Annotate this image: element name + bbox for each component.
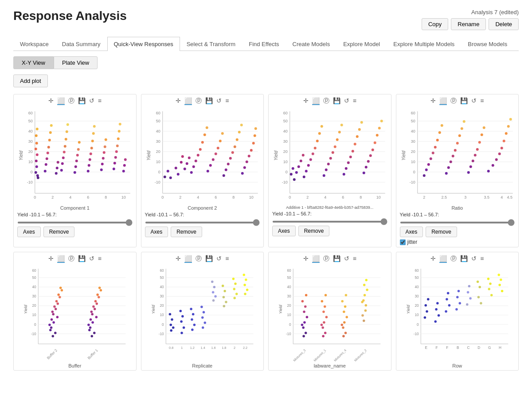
settings-icon[interactable]: ⓟ [323, 255, 329, 263]
svg-point-32 [36, 174, 39, 177]
plot-2-axes-button[interactable]: Axes [145, 227, 168, 237]
select-icon[interactable]: ⬜ [439, 255, 447, 263]
settings-icon[interactable]: ⓟ [196, 97, 202, 105]
settings-icon[interactable]: ⓟ [196, 255, 202, 263]
move-icon[interactable]: ✛ [430, 255, 436, 263]
select-icon[interactable]: ⬜ [184, 97, 192, 105]
svg-text:-10: -10 [409, 180, 415, 184]
refresh-icon[interactable]: ↺ [344, 97, 349, 105]
tab-select-transform[interactable]: Select & Transform [180, 37, 243, 51]
svg-point-367 [203, 321, 206, 324]
save-icon[interactable]: 💾 [78, 97, 86, 105]
svg-text:0: 0 [417, 323, 419, 327]
settings-icon[interactable]: ⓟ [68, 255, 74, 263]
move-icon[interactable]: ✛ [430, 97, 436, 105]
tab-browse-models[interactable]: Browse Models [461, 37, 514, 51]
save-icon[interactable]: 💾 [460, 255, 468, 263]
plot-2-remove-button[interactable]: Remove [171, 227, 202, 237]
tab-explore-multiple[interactable]: Explore Multiple Models [387, 37, 461, 51]
select-icon[interactable]: ⬜ [312, 255, 320, 263]
plot-3-remove-button[interactable]: Remove [298, 226, 330, 236]
jitter-checkbox[interactable] [400, 239, 406, 245]
svg-text:Yield: Yield [146, 151, 151, 160]
refresh-icon[interactable]: ↺ [344, 255, 349, 263]
svg-point-73 [113, 168, 115, 170]
info-icon[interactable]: ≡ [480, 255, 484, 263]
save-icon[interactable]: 💾 [333, 97, 340, 105]
plot-4-remove-button[interactable]: Remove [426, 227, 457, 237]
move-icon[interactable]: ✛ [303, 255, 309, 263]
plot-4-axes-button[interactable]: Axes [400, 227, 423, 237]
settings-icon[interactable]: ⓟ [323, 97, 329, 105]
info-icon[interactable]: ≡ [98, 255, 102, 263]
delete-button[interactable]: Delete [489, 18, 519, 30]
info-icon[interactable]: ≡ [225, 97, 229, 105]
info-icon[interactable]: ≡ [225, 255, 229, 263]
jitter-label: jitter [407, 239, 418, 245]
add-plot-button[interactable]: Add plot [13, 74, 48, 87]
plot-3-slider[interactable] [272, 217, 387, 224]
select-icon[interactable]: ⬜ [184, 255, 192, 263]
info-icon[interactable]: ≡ [98, 97, 102, 105]
tab-explore-model[interactable]: Explore Model [336, 37, 387, 51]
save-icon[interactable]: 💾 [78, 255, 86, 263]
save-icon[interactable]: 💾 [205, 255, 213, 263]
select-icon[interactable]: ⬜ [57, 97, 65, 105]
svg-text:0: 0 [289, 323, 291, 327]
tab-data-summary[interactable]: Data Summary [55, 37, 107, 51]
svg-point-275 [509, 118, 512, 121]
view-toggle: X-Y View Plate View [13, 56, 519, 69]
select-icon[interactable]: ⬜ [57, 255, 65, 263]
settings-icon[interactable]: ⓟ [68, 97, 74, 105]
move-icon[interactable]: ✛ [303, 97, 309, 105]
svg-point-254 [454, 149, 456, 152]
tab-quick-view[interactable]: Quick-View Responses [107, 37, 180, 51]
tab-find-effects[interactable]: Find Effects [242, 37, 286, 51]
save-icon[interactable]: 💾 [460, 97, 468, 105]
refresh-icon[interactable]: ↺ [216, 255, 222, 263]
tab-create-models[interactable]: Create Models [286, 37, 337, 51]
svg-point-374 [212, 299, 215, 302]
copy-button[interactable]: Copy [422, 18, 448, 30]
refresh-icon[interactable]: ↺ [471, 255, 477, 263]
move-icon[interactable]: ✛ [176, 97, 181, 105]
svg-point-83 [124, 158, 127, 161]
svg-text:20: 20 [28, 149, 33, 154]
refresh-icon[interactable]: ↺ [89, 97, 94, 105]
refresh-icon[interactable]: ↺ [89, 255, 94, 263]
settings-icon[interactable]: ⓟ [450, 97, 457, 105]
plot-2-slider[interactable] [145, 218, 260, 225]
svg-point-418 [305, 332, 307, 334]
refresh-icon[interactable]: ↺ [471, 97, 477, 105]
plate-view-button[interactable]: Plate View [54, 56, 98, 69]
move-icon[interactable]: ✛ [48, 255, 54, 263]
save-icon[interactable]: 💾 [333, 255, 340, 263]
plot-3-axes-button[interactable]: Axes [272, 226, 296, 236]
svg-text:40: 40 [160, 285, 164, 289]
svg-point-137 [231, 151, 234, 154]
select-icon[interactable]: ⬜ [439, 97, 447, 105]
rename-button[interactable]: Rename [451, 18, 486, 30]
svg-point-273 [505, 132, 507, 135]
svg-point-112 [176, 173, 179, 176]
settings-icon[interactable]: ⓟ [450, 255, 457, 263]
svg-point-177 [295, 171, 298, 174]
plot-1-slider[interactable] [17, 218, 133, 225]
move-icon[interactable]: ✛ [48, 97, 54, 105]
plot-1-remove-button[interactable]: Remove [43, 227, 75, 237]
select-icon[interactable]: ⬜ [312, 97, 320, 105]
svg-text:50: 50 [160, 276, 164, 280]
plot-4-slider[interactable] [400, 218, 515, 225]
info-icon[interactable]: ≡ [353, 97, 356, 105]
info-icon[interactable]: ≡ [353, 255, 356, 263]
plot-1-axes-button[interactable]: Axes [17, 227, 41, 237]
tab-workspace[interactable]: Workspace [13, 37, 55, 51]
svg-point-40 [49, 131, 52, 134]
save-icon[interactable]: 💾 [205, 97, 213, 105]
xy-view-button[interactable]: X-Y View [13, 56, 54, 69]
move-icon[interactable]: ✛ [176, 255, 181, 263]
refresh-icon[interactable]: ↺ [216, 97, 222, 105]
info-icon[interactable]: ≡ [480, 97, 484, 105]
svg-point-506 [498, 284, 501, 286]
svg-text:4: 4 [69, 195, 71, 200]
